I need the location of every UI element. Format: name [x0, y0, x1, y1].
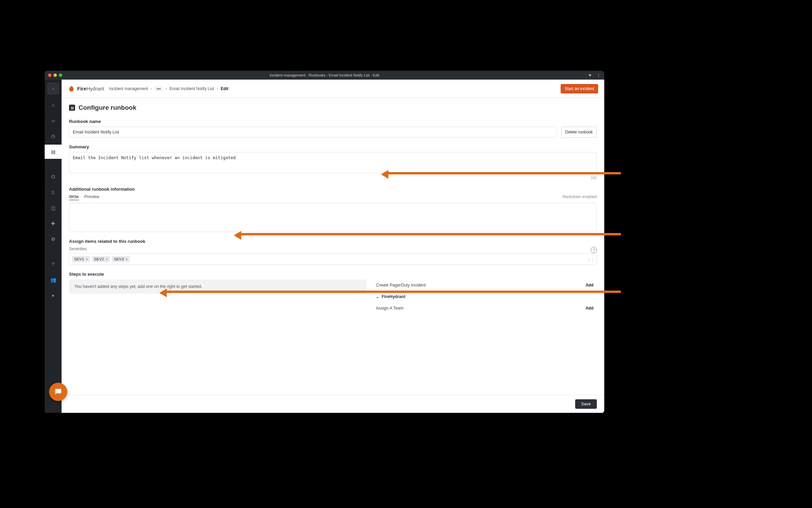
sidebar-expand-icon[interactable]: ›	[47, 82, 59, 94]
tag-label: SEV2	[94, 257, 104, 261]
summary-remaining: 191	[69, 176, 597, 180]
reorder-up-icon[interactable]: ↕	[588, 257, 590, 262]
sidebar: › ⌂ ▱ ◷ ▤ ⌬ ◂⃔ ◫ ✚ ⚙ ? 👥 ●	[45, 80, 62, 413]
reorder-down-icon[interactable]: ↕	[592, 257, 594, 262]
app-window: Incident management - Runbooks - Email I…	[45, 71, 604, 413]
tab-write[interactable]: Write	[69, 194, 79, 200]
breadcrumb-root[interactable]: Incident management	[109, 86, 148, 91]
summary-input[interactable]	[69, 152, 597, 173]
steps-catalog: Create PagerDuty Incident Add ⌄ FireHydr…	[373, 279, 597, 314]
remove-tag-icon[interactable]: ×	[126, 257, 128, 261]
window-title: Incident management - Runbooks - Email I…	[45, 73, 604, 77]
sidebar-timer-icon[interactable]: ◷	[45, 129, 62, 143]
sidebar-help-icon[interactable]: ?	[45, 257, 62, 271]
severity-tag: SEV1×	[72, 256, 90, 262]
firehydrant-logo-icon	[68, 85, 75, 92]
step-option-label: Assign A Team	[376, 306, 404, 311]
remove-tag-icon[interactable]: ×	[106, 257, 108, 261]
help-icon[interactable]: ?	[591, 247, 597, 253]
chat-icon	[54, 387, 63, 396]
delete-runbook-button[interactable]: Delete runbook	[561, 127, 597, 137]
tab-preview[interactable]: Preview	[84, 194, 99, 200]
breadcrumb-item[interactable]: Email Incident Notify List	[170, 86, 214, 91]
sidebar-network-icon[interactable]: ⌬	[45, 170, 62, 184]
sidebar-ship-icon[interactable]: ▱	[45, 113, 62, 128]
chevron-down-icon: ⌄	[376, 295, 379, 299]
overflow-icon[interactable]: ⋮	[596, 72, 601, 78]
summary-label: Summary	[69, 144, 597, 149]
sidebar-avatar[interactable]: ●	[45, 288, 62, 302]
assign-label: Assign items related to this runbook	[69, 239, 597, 244]
runbook-name-input[interactable]	[69, 127, 557, 137]
sidebar-users-icon[interactable]: 👥	[45, 273, 62, 287]
step-option-assign-team: Assign A Team Add	[375, 302, 595, 314]
logo[interactable]: FireHydrant	[68, 85, 104, 92]
sidebar-puzzle-icon[interactable]: ✚	[45, 216, 62, 231]
intercom-chat-button[interactable]	[49, 383, 67, 401]
step-option-pagerduty: Create PagerDuty Incident Add	[375, 279, 595, 291]
start-incident-button[interactable]: Start an incident	[561, 84, 598, 93]
additional-info-input[interactable]	[69, 203, 597, 232]
save-button[interactable]: Save	[575, 399, 597, 409]
annotation-arrow	[384, 172, 621, 174]
reorder-handles: ↕ ↕	[588, 257, 594, 262]
chevron-right-icon: ›	[165, 86, 167, 91]
breadcrumb-more[interactable]: •••	[155, 86, 163, 91]
runbook-icon: ▤	[69, 105, 75, 111]
titlebar: Incident management - Runbooks - Email I…	[45, 71, 604, 80]
tag-label: SEV1	[74, 257, 84, 261]
runbook-name-label: Runbook name	[69, 119, 597, 124]
tag-label: SEV3	[114, 257, 124, 261]
logo-text-b: Hydrant	[87, 86, 105, 91]
step-group-label: FireHydrant	[382, 294, 405, 299]
remove-tag-icon[interactable]: ×	[86, 257, 88, 261]
extension-icon[interactable]: ✦	[588, 72, 592, 78]
sidebar-announce-icon[interactable]: ◂⃔	[45, 185, 62, 199]
sidebar-settings-icon[interactable]: ⚙	[45, 232, 62, 246]
steps-label: Steps to execute	[69, 272, 597, 277]
sidebar-home-icon[interactable]: ⌂	[45, 98, 62, 112]
annotation-arrow	[162, 291, 621, 293]
severity-tag: SEV2×	[92, 256, 110, 262]
breadcrumb-current: Edit	[221, 86, 228, 91]
add-step-button[interactable]: Add	[586, 306, 593, 311]
sidebar-runbooks-icon[interactable]: ▤	[45, 145, 62, 159]
severities-input[interactable]: SEV1×SEV2×SEV3× ↕ ↕	[69, 253, 597, 265]
annotation-arrow	[237, 233, 621, 235]
severity-tag: SEV3×	[112, 256, 130, 262]
chevron-right-icon: ›	[151, 86, 152, 91]
logo-text-a: Fire	[77, 86, 87, 91]
additional-info-label: Additional runbook information	[69, 187, 597, 192]
topbar: FireHydrant Incident management › ••• › …	[62, 80, 604, 98]
sidebar-dashboard-icon[interactable]: ◫	[45, 201, 62, 215]
content: ▤ Configure runbook Runbook name Delete …	[62, 98, 604, 395]
chevron-right-icon: ›	[217, 86, 218, 91]
add-step-button[interactable]: Add	[586, 283, 593, 288]
severities-label: Severities	[69, 247, 87, 251]
breadcrumb: Incident management › ••• › Email Incide…	[109, 86, 228, 91]
markdown-hint: Markdown enabled	[563, 194, 597, 200]
page-title: Configure runbook	[78, 104, 136, 111]
footer: Save	[62, 395, 604, 413]
step-option-label: Create PagerDuty Incident	[376, 283, 426, 288]
